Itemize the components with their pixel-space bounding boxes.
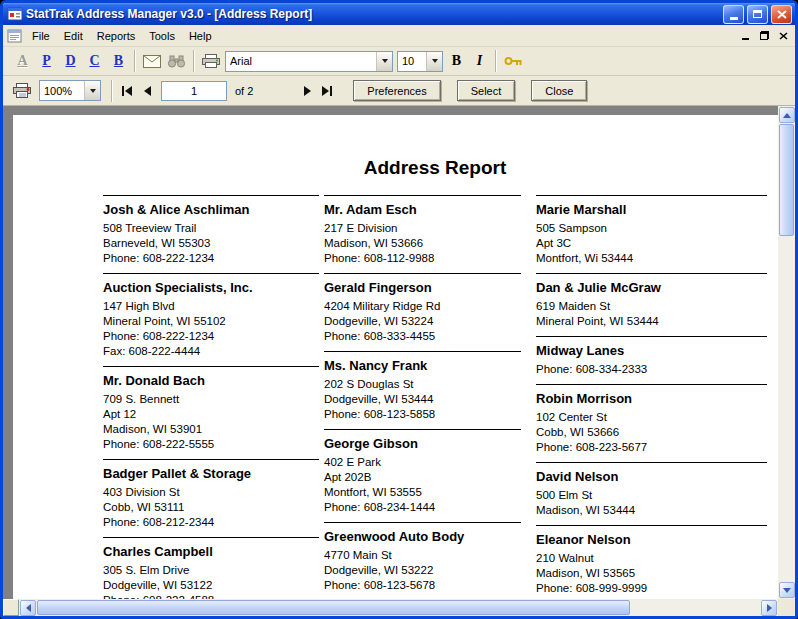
vertical-scroll-track[interactable]	[778, 124, 795, 581]
entry-line: Apt 202B	[324, 470, 521, 485]
page-number-input[interactable]	[161, 81, 227, 101]
find-button[interactable]	[164, 50, 189, 73]
letter-button-a[interactable]: A	[11, 50, 34, 73]
entry-name: Mr. Adam Esch	[324, 201, 521, 218]
print-button[interactable]	[199, 50, 223, 73]
letter-button-d[interactable]: D	[59, 50, 82, 73]
entry-line: Dodgeville, WI 53224	[324, 314, 521, 329]
close-button[interactable]	[771, 5, 792, 24]
binoculars-icon	[167, 55, 186, 68]
address-entry: Gerald Fingerson4204 Military Ridge RdDo…	[324, 273, 521, 351]
menu-item-file[interactable]: File	[25, 27, 57, 45]
address-entry: Mr. Donald Bach709 S. BennettApt 12Madis…	[103, 366, 319, 459]
vertical-scroll-thumb[interactable]	[779, 124, 794, 236]
entry-line: 210 Walnut	[536, 551, 767, 566]
menu-item-edit[interactable]: Edit	[57, 27, 90, 45]
letter-button-b[interactable]: B	[107, 50, 130, 73]
child-close-button[interactable]	[775, 28, 792, 43]
close-icon	[779, 32, 788, 40]
toolbar-separator	[134, 50, 136, 72]
last-page-icon	[330, 86, 332, 96]
horizontal-scrollbar[interactable]	[3, 599, 795, 616]
address-entry: Robin Morrison102 Center StCobb, WI 5366…	[536, 384, 767, 462]
menu-item-reports[interactable]: Reports	[90, 27, 143, 45]
report-column: Josh & Alice Aschliman508 Treeview Trail…	[103, 195, 319, 599]
entry-line: Phone: 608-222-1234	[103, 329, 319, 344]
zoom-dropdown[interactable]	[84, 81, 100, 100]
email-button[interactable]	[140, 50, 164, 73]
entry-line: Cobb, WI 53666	[536, 425, 767, 440]
close-report-button[interactable]: Close	[531, 80, 587, 101]
print-icon	[12, 83, 32, 98]
print-report-button[interactable]	[9, 79, 35, 102]
scroll-up-button[interactable]	[779, 107, 795, 123]
app-icon[interactable]	[7, 6, 23, 22]
minimize-icon	[742, 38, 749, 40]
letter-button-p[interactable]: P	[35, 50, 58, 73]
window-title: StatTrak Address Manager v3.0 - [Address…	[26, 7, 720, 21]
report-header: Address Report	[103, 157, 767, 179]
address-entry: Dan & Julie McGraw619 Maiden StMineral P…	[536, 273, 767, 336]
entry-line: Madison, WI 53565	[536, 566, 767, 581]
font-size-dropdown[interactable]	[426, 52, 442, 71]
scroll-left-button[interactable]	[20, 600, 36, 616]
document-icon[interactable]	[7, 29, 22, 43]
splitter-box[interactable]	[3, 599, 19, 616]
maximize-button[interactable]	[747, 5, 768, 24]
printer-icon	[202, 54, 220, 68]
first-page-button[interactable]	[117, 81, 137, 101]
entry-line: Phone: 608-123-5858	[324, 407, 521, 422]
menu-item-tools[interactable]: Tools	[142, 27, 182, 45]
last-page-button[interactable]	[317, 81, 337, 101]
minimize-button[interactable]	[723, 5, 744, 24]
entry-name: Marie Marshall	[536, 201, 767, 218]
arrow-down-icon	[783, 588, 791, 593]
app-window: StatTrak Address Manager v3.0 - [Address…	[0, 0, 798, 619]
entry-line: Fax: 608-222-4444	[103, 344, 319, 359]
scroll-down-button[interactable]	[779, 582, 795, 598]
child-restore-button[interactable]	[756, 28, 773, 43]
address-entry: Greenwood Auto Body4770 Main StDodgevill…	[324, 522, 521, 599]
entry-line: Barneveld, WI 55303	[103, 236, 319, 251]
first-page-icon	[122, 86, 124, 96]
child-minimize-button[interactable]	[737, 28, 754, 43]
horizontal-scroll-track[interactable]	[37, 599, 760, 616]
zoom-combo[interactable]: 100%	[39, 80, 101, 101]
address-entry: Mr. Adam Esch217 E DivisionMadison, WI 5…	[324, 195, 521, 273]
preferences-button[interactable]: Preferences	[353, 80, 440, 101]
vertical-scrollbar[interactable]	[778, 106, 795, 599]
report-page: Address Report Josh & Alice Aschliman508…	[13, 115, 778, 599]
font-size-value: 10	[398, 55, 426, 67]
chevron-down-icon	[432, 59, 438, 63]
restore-icon	[760, 31, 769, 40]
font-name-combo[interactable]: Arial	[225, 51, 393, 72]
minimize-icon	[730, 17, 738, 20]
arrow-left-icon	[26, 604, 31, 612]
select-button[interactable]: Select	[457, 80, 516, 101]
entry-line: 619 Maiden St	[536, 299, 767, 314]
letter-button-c[interactable]: C	[83, 50, 106, 73]
italic-button[interactable]: I	[468, 50, 491, 73]
entry-line: Dodgeville, WI 53122	[103, 578, 319, 593]
address-entry: Charles Campbell305 S. Elm DriveDodgevil…	[103, 537, 319, 599]
entry-line: 147 High Blvd	[103, 299, 319, 314]
arrow-left-icon	[144, 86, 151, 96]
previous-page-button[interactable]	[137, 81, 157, 101]
key-icon	[504, 56, 522, 66]
help-button[interactable]	[501, 50, 525, 73]
next-page-button[interactable]	[297, 81, 317, 101]
address-entry: Ms. Nancy Frank202 S Douglas StDodgevill…	[324, 351, 521, 429]
font-size-combo[interactable]: 10	[397, 51, 443, 72]
bold-button[interactable]: B	[445, 50, 468, 73]
entry-name: Josh & Alice Aschliman	[103, 201, 319, 218]
report-columns: Josh & Alice Aschliman508 Treeview Trail…	[103, 195, 778, 599]
entry-line: Phone: 608-123-5678	[324, 578, 521, 593]
font-name-dropdown[interactable]	[376, 52, 392, 71]
chevron-down-icon	[382, 59, 388, 63]
entry-name: Auction Specialists, Inc.	[103, 279, 319, 296]
menu-items: FileEditReportsToolsHelp	[25, 27, 219, 45]
scroll-right-button[interactable]	[761, 600, 777, 616]
horizontal-scroll-thumb[interactable]	[37, 600, 630, 615]
menu-item-help[interactable]: Help	[182, 27, 219, 45]
toolbar-separator	[495, 50, 497, 72]
